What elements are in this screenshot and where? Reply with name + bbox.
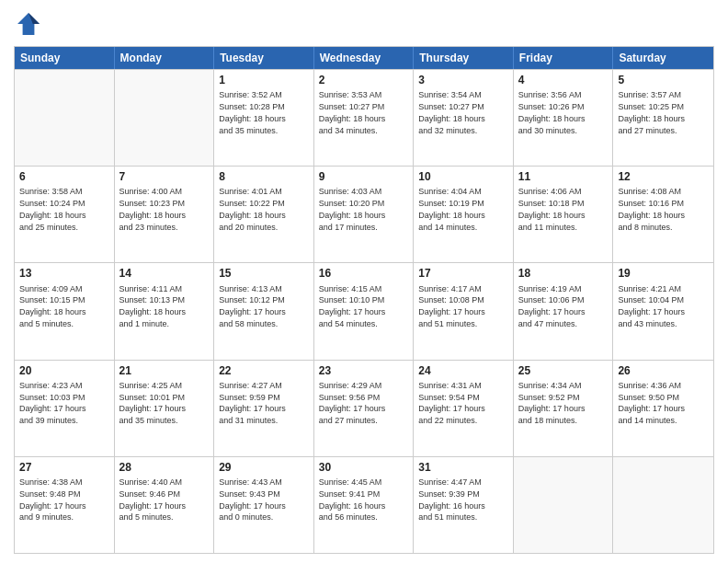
cell-info: Sunrise: 4:23 AM Sunset: 10:03 PM Daylig… bbox=[19, 381, 86, 425]
day-number: 30 bbox=[319, 460, 409, 475]
calendar-cell: 9Sunrise: 4:03 AM Sunset: 10:20 PM Dayli… bbox=[314, 167, 415, 262]
calendar-cell: 29Sunrise: 4:43 AM Sunset: 9:43 PM Dayli… bbox=[214, 457, 314, 553]
calendar-cell: 1Sunrise: 3:52 AM Sunset: 10:28 PM Dayli… bbox=[214, 70, 314, 166]
calendar-header-cell: Wednesday bbox=[314, 47, 415, 69]
day-number: 2 bbox=[319, 73, 409, 87]
cell-info: Sunrise: 4:04 AM Sunset: 10:19 PM Daylig… bbox=[418, 187, 485, 231]
cell-info: Sunrise: 4:08 AM Sunset: 10:16 PM Daylig… bbox=[618, 187, 685, 231]
cell-info: Sunrise: 4:00 AM Sunset: 10:23 PM Daylig… bbox=[119, 187, 187, 231]
cell-info: Sunrise: 4:17 AM Sunset: 10:08 PM Daylig… bbox=[418, 284, 485, 328]
day-number: 12 bbox=[618, 169, 709, 184]
page: SundayMondayTuesdayWednesdayThursdayFrid… bbox=[0, 0, 728, 563]
day-number: 10 bbox=[418, 169, 508, 184]
calendar-header-cell: Friday bbox=[514, 47, 614, 69]
calendar-header-row: SundayMondayTuesdayWednesdayThursdayFrid… bbox=[15, 47, 713, 69]
calendar-cell: 13Sunrise: 4:09 AM Sunset: 10:15 PM Dayl… bbox=[15, 263, 115, 359]
calendar-header-cell: Tuesday bbox=[214, 47, 314, 69]
cell-info: Sunrise: 4:43 AM Sunset: 9:43 PM Dayligh… bbox=[219, 477, 286, 522]
calendar-cell: 17Sunrise: 4:17 AM Sunset: 10:08 PM Dayl… bbox=[414, 263, 514, 359]
day-number: 31 bbox=[418, 460, 508, 475]
calendar-cell bbox=[613, 457, 713, 553]
cell-info: Sunrise: 4:38 AM Sunset: 9:48 PM Dayligh… bbox=[19, 477, 86, 522]
day-number: 19 bbox=[618, 266, 709, 281]
day-number: 27 bbox=[19, 460, 109, 475]
calendar-cell: 20Sunrise: 4:23 AM Sunset: 10:03 PM Dayl… bbox=[15, 361, 115, 456]
cell-info: Sunrise: 4:25 AM Sunset: 10:01 PM Daylig… bbox=[119, 381, 187, 425]
day-number: 28 bbox=[119, 460, 210, 475]
calendar-cell: 25Sunrise: 4:34 AM Sunset: 9:52 PM Dayli… bbox=[514, 361, 614, 456]
day-number: 24 bbox=[418, 363, 508, 378]
calendar-cell bbox=[514, 457, 614, 553]
day-number: 26 bbox=[618, 363, 709, 378]
day-number: 18 bbox=[518, 266, 609, 281]
day-number: 11 bbox=[518, 169, 609, 184]
calendar-week: 1Sunrise: 3:52 AM Sunset: 10:28 PM Dayli… bbox=[15, 69, 713, 166]
cell-info: Sunrise: 4:06 AM Sunset: 10:18 PM Daylig… bbox=[518, 187, 586, 231]
calendar-cell: 19Sunrise: 4:21 AM Sunset: 10:04 PM Dayl… bbox=[613, 263, 713, 359]
calendar-cell bbox=[15, 70, 115, 166]
calendar-cell: 28Sunrise: 4:40 AM Sunset: 9:46 PM Dayli… bbox=[115, 457, 215, 553]
cell-info: Sunrise: 3:53 AM Sunset: 10:27 PM Daylig… bbox=[319, 90, 386, 134]
calendar-cell: 15Sunrise: 4:13 AM Sunset: 10:12 PM Dayl… bbox=[214, 263, 314, 359]
calendar-header-cell: Thursday bbox=[414, 47, 514, 69]
calendar-week: 13Sunrise: 4:09 AM Sunset: 10:15 PM Dayl… bbox=[15, 262, 713, 359]
calendar-cell: 21Sunrise: 4:25 AM Sunset: 10:01 PM Dayl… bbox=[115, 361, 215, 456]
cell-info: Sunrise: 3:56 AM Sunset: 10:26 PM Daylig… bbox=[518, 90, 586, 134]
calendar-cell: 5Sunrise: 3:57 AM Sunset: 10:25 PM Dayli… bbox=[613, 70, 713, 166]
day-number: 23 bbox=[319, 363, 409, 378]
calendar-cell: 11Sunrise: 4:06 AM Sunset: 10:18 PM Dayl… bbox=[514, 167, 614, 262]
calendar-header-cell: Monday bbox=[115, 47, 215, 69]
cell-info: Sunrise: 4:13 AM Sunset: 10:12 PM Daylig… bbox=[219, 284, 286, 328]
day-number: 5 bbox=[618, 73, 709, 87]
calendar-cell: 3Sunrise: 3:54 AM Sunset: 10:27 PM Dayli… bbox=[414, 70, 514, 166]
calendar-cell: 23Sunrise: 4:29 AM Sunset: 9:56 PM Dayli… bbox=[314, 361, 415, 456]
day-number: 13 bbox=[19, 266, 109, 281]
calendar-cell bbox=[115, 70, 215, 166]
day-number: 15 bbox=[219, 266, 309, 281]
day-number: 6 bbox=[19, 169, 109, 184]
day-number: 9 bbox=[319, 169, 409, 184]
calendar-cell: 24Sunrise: 4:31 AM Sunset: 9:54 PM Dayli… bbox=[414, 361, 514, 456]
calendar-cell: 4Sunrise: 3:56 AM Sunset: 10:26 PM Dayli… bbox=[514, 70, 614, 166]
calendar-cell: 31Sunrise: 4:47 AM Sunset: 9:39 PM Dayli… bbox=[414, 457, 514, 553]
calendar-cell: 12Sunrise: 4:08 AM Sunset: 10:16 PM Dayl… bbox=[613, 167, 713, 262]
day-number: 25 bbox=[518, 363, 609, 378]
calendar-cell: 18Sunrise: 4:19 AM Sunset: 10:06 PM Dayl… bbox=[514, 263, 614, 359]
day-number: 8 bbox=[219, 169, 309, 184]
cell-info: Sunrise: 4:09 AM Sunset: 10:15 PM Daylig… bbox=[19, 284, 86, 328]
calendar-header-cell: Sunday bbox=[15, 47, 115, 69]
cell-info: Sunrise: 3:54 AM Sunset: 10:27 PM Daylig… bbox=[418, 90, 485, 134]
calendar: SundayMondayTuesdayWednesdayThursdayFrid… bbox=[14, 46, 714, 554]
cell-info: Sunrise: 4:19 AM Sunset: 10:06 PM Daylig… bbox=[518, 284, 586, 328]
calendar-header-cell: Saturday bbox=[613, 47, 713, 69]
day-number: 20 bbox=[19, 363, 109, 378]
calendar-cell: 10Sunrise: 4:04 AM Sunset: 10:19 PM Dayl… bbox=[414, 167, 514, 262]
cell-info: Sunrise: 4:21 AM Sunset: 10:04 PM Daylig… bbox=[618, 284, 685, 328]
calendar-cell: 30Sunrise: 4:45 AM Sunset: 9:41 PM Dayli… bbox=[314, 457, 415, 553]
cell-info: Sunrise: 4:29 AM Sunset: 9:56 PM Dayligh… bbox=[319, 381, 386, 425]
cell-info: Sunrise: 3:52 AM Sunset: 10:28 PM Daylig… bbox=[219, 90, 286, 134]
cell-info: Sunrise: 4:40 AM Sunset: 9:46 PM Dayligh… bbox=[119, 477, 187, 522]
cell-info: Sunrise: 4:27 AM Sunset: 9:59 PM Dayligh… bbox=[219, 381, 286, 425]
cell-info: Sunrise: 3:57 AM Sunset: 10:25 PM Daylig… bbox=[618, 90, 685, 134]
cell-info: Sunrise: 4:15 AM Sunset: 10:10 PM Daylig… bbox=[319, 284, 386, 328]
day-number: 14 bbox=[119, 266, 210, 281]
calendar-week: 20Sunrise: 4:23 AM Sunset: 10:03 PM Dayl… bbox=[15, 360, 713, 456]
calendar-cell: 14Sunrise: 4:11 AM Sunset: 10:13 PM Dayl… bbox=[115, 263, 215, 359]
day-number: 17 bbox=[418, 266, 508, 281]
day-number: 1 bbox=[219, 73, 309, 87]
cell-info: Sunrise: 4:47 AM Sunset: 9:39 PM Dayligh… bbox=[418, 477, 485, 522]
cell-info: Sunrise: 4:36 AM Sunset: 9:50 PM Dayligh… bbox=[618, 381, 685, 425]
calendar-week: 6Sunrise: 3:58 AM Sunset: 10:24 PM Dayli… bbox=[15, 166, 713, 262]
day-number: 7 bbox=[119, 169, 210, 184]
calendar-body: 1Sunrise: 3:52 AM Sunset: 10:28 PM Dayli… bbox=[15, 69, 713, 553]
calendar-cell: 2Sunrise: 3:53 AM Sunset: 10:27 PM Dayli… bbox=[314, 70, 415, 166]
cell-info: Sunrise: 4:11 AM Sunset: 10:13 PM Daylig… bbox=[119, 284, 187, 328]
calendar-cell: 22Sunrise: 4:27 AM Sunset: 9:59 PM Dayli… bbox=[214, 361, 314, 456]
cell-info: Sunrise: 4:03 AM Sunset: 10:20 PM Daylig… bbox=[319, 187, 386, 231]
logo-icon bbox=[14, 9, 43, 39]
day-number: 4 bbox=[518, 73, 609, 87]
day-number: 16 bbox=[319, 266, 409, 281]
day-number: 21 bbox=[119, 363, 210, 378]
day-number: 29 bbox=[219, 460, 309, 475]
